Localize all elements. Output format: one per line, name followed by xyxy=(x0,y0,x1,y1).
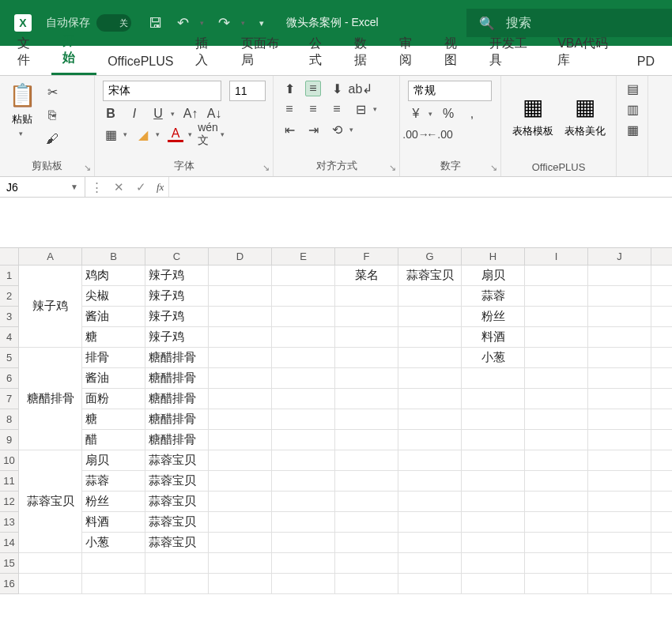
cell-B15[interactable] xyxy=(82,553,145,574)
cell-C5[interactable]: 糖醋排骨 xyxy=(145,348,209,368)
cell-C8[interactable]: 糖醋排骨 xyxy=(145,409,209,430)
table-template-button[interactable]: ▦ 表格模板 xyxy=(512,92,553,138)
font-name-combo[interactable] xyxy=(103,81,221,101)
align-left-button[interactable]: ≡ xyxy=(281,101,297,117)
cell-A10[interactable]: 蒜蓉宝贝 xyxy=(19,450,82,553)
cell-D14[interactable] xyxy=(209,533,272,553)
cell-H11[interactable] xyxy=(462,471,525,492)
font-color-button[interactable]: A xyxy=(168,126,183,142)
cell-H13[interactable] xyxy=(462,512,525,533)
cell-J2[interactable] xyxy=(588,286,651,307)
cell-J1[interactable] xyxy=(588,266,651,286)
cell-J14[interactable] xyxy=(588,533,651,553)
cell-F10[interactable] xyxy=(335,450,398,471)
cell-C3[interactable]: 辣子鸡 xyxy=(145,307,209,327)
save-icon[interactable]: 🖫 xyxy=(149,15,163,32)
cell-D4[interactable] xyxy=(209,327,272,348)
cell-E14[interactable] xyxy=(272,533,335,553)
cell-K10[interactable] xyxy=(651,450,672,471)
cell-K7[interactable] xyxy=(651,389,672,409)
cell-F14[interactable] xyxy=(335,533,398,553)
cell-G12[interactable] xyxy=(398,492,462,512)
row-header-12[interactable]: 12 xyxy=(0,492,19,512)
tab-开始[interactable]: 开始 xyxy=(51,27,96,75)
cell-B16[interactable] xyxy=(82,574,145,594)
cell-F4[interactable] xyxy=(335,327,398,348)
cell-J13[interactable] xyxy=(588,512,651,533)
cell-G16[interactable] xyxy=(398,574,462,594)
tab-数据[interactable]: 数据 xyxy=(343,29,388,75)
cell-J4[interactable] xyxy=(588,327,651,348)
wrap-text-button[interactable]: ab↲ xyxy=(353,81,368,96)
tab-公式[interactable]: 公式 xyxy=(298,29,343,75)
cell-I12[interactable] xyxy=(525,492,588,512)
cell-J8[interactable] xyxy=(588,409,651,430)
cell-B6[interactable]: 酱油 xyxy=(82,368,145,389)
cell-H1[interactable]: 扇贝 xyxy=(462,266,525,286)
cell-F8[interactable] xyxy=(335,409,398,430)
cell-A15[interactable] xyxy=(19,553,82,574)
autosave-switch[interactable]: 关 xyxy=(96,14,131,32)
row-header-16[interactable]: 16 xyxy=(0,574,19,594)
cell-D6[interactable] xyxy=(209,368,272,389)
cell-E6[interactable] xyxy=(272,368,335,389)
cell-E3[interactable] xyxy=(272,307,335,327)
tab-VBA代码库[interactable]: VBA代码库 xyxy=(546,29,626,75)
tab-OfficePLUS[interactable]: OfficePLUS xyxy=(96,48,184,75)
format-as-table-icon[interactable]: ▥ xyxy=(625,101,640,117)
cell-C6[interactable]: 糖醋排骨 xyxy=(145,368,209,389)
cell-J10[interactable] xyxy=(588,450,651,471)
increase-decimal-button[interactable]: .00→ xyxy=(408,126,424,142)
column-header-G[interactable]: G xyxy=(398,248,462,266)
cell-B11[interactable]: 蒜蓉 xyxy=(82,471,145,492)
cell-K9[interactable] xyxy=(651,430,672,450)
cell-E12[interactable] xyxy=(272,492,335,512)
cell-E4[interactable] xyxy=(272,327,335,348)
cell-B7[interactable]: 面粉 xyxy=(82,389,145,409)
cell-K14[interactable] xyxy=(651,533,672,553)
increase-indent-button[interactable]: ⇥ xyxy=(305,122,321,137)
tab-文件[interactable]: 文件 xyxy=(6,29,51,75)
cell-C2[interactable]: 辣子鸡 xyxy=(145,286,209,307)
cell-J12[interactable] xyxy=(588,492,651,512)
orientation-button[interactable]: ⟲ xyxy=(329,122,345,137)
column-header-C[interactable]: C xyxy=(145,248,209,266)
cell-K8[interactable] xyxy=(651,409,672,430)
cell-C11[interactable]: 蒜蓉宝贝 xyxy=(145,471,209,492)
cell-H2[interactable]: 蒜蓉 xyxy=(462,286,525,307)
cell-H6[interactable] xyxy=(462,368,525,389)
cell-G6[interactable] xyxy=(398,368,462,389)
row-header-7[interactable]: 7 xyxy=(0,389,19,409)
formula-more-icon[interactable]: ⋮ xyxy=(85,180,108,194)
cell-I7[interactable] xyxy=(525,389,588,409)
cell-H8[interactable] xyxy=(462,409,525,430)
cell-D11[interactable] xyxy=(209,471,272,492)
cell-K3[interactable] xyxy=(651,307,672,327)
cell-E7[interactable] xyxy=(272,389,335,409)
cell-F11[interactable] xyxy=(335,471,398,492)
cell-J3[interactable] xyxy=(588,307,651,327)
spreadsheet-grid[interactable]: ABCDEFGHIJ1辣子鸡鸡肉辣子鸡菜名蒜蓉宝贝扇贝2尖椒辣子鸡蒜蓉3酱油辣子… xyxy=(0,248,672,594)
cell-B12[interactable]: 粉丝 xyxy=(82,492,145,512)
cell-G10[interactable] xyxy=(398,450,462,471)
chevron-down-icon[interactable]: ▼ xyxy=(70,183,78,191)
conditional-formatting-icon[interactable]: ▤ xyxy=(625,81,640,96)
name-box[interactable]: J6 ▼ xyxy=(0,177,85,197)
cell-D7[interactable] xyxy=(209,389,272,409)
cell-H3[interactable]: 粉丝 xyxy=(462,307,525,327)
cell-J11[interactable] xyxy=(588,471,651,492)
cell-B13[interactable]: 料酒 xyxy=(82,512,145,533)
align-center-button[interactable]: ≡ xyxy=(305,101,321,117)
cell-G5[interactable] xyxy=(398,348,462,368)
undo-icon[interactable]: ↶ xyxy=(177,14,189,32)
cell-E2[interactable] xyxy=(272,286,335,307)
number-format-combo[interactable] xyxy=(408,81,492,101)
cell-I4[interactable] xyxy=(525,327,588,348)
alignment-dialog-launcher[interactable]: ↘ xyxy=(389,163,396,173)
cell-E15[interactable] xyxy=(272,553,335,574)
cancel-formula-icon[interactable]: ✕ xyxy=(108,180,130,194)
clipboard-dialog-launcher[interactable]: ↘ xyxy=(84,163,91,173)
align-middle-button[interactable]: ≡ xyxy=(305,81,321,96)
cell-B14[interactable]: 小葱 xyxy=(82,533,145,553)
cell-A5[interactable]: 糖醋排骨 xyxy=(19,348,82,450)
